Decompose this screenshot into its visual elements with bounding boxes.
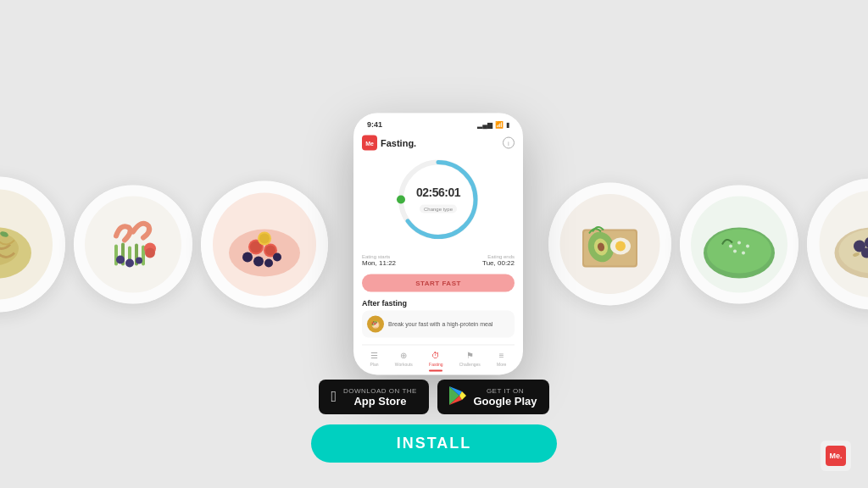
tab-more-label: More bbox=[497, 362, 506, 367]
svg-point-16 bbox=[125, 258, 134, 267]
store-buttons:  Download on the App Store GET IT ON Go… bbox=[319, 380, 548, 414]
svg-point-28 bbox=[273, 252, 281, 261]
tab-active-indicator bbox=[429, 370, 442, 372]
svg-point-46 bbox=[707, 229, 771, 273]
plate-oatmeal bbox=[807, 179, 868, 310]
app-header: Me Fasting. i bbox=[362, 136, 515, 151]
food-icon: 🥙 bbox=[367, 316, 384, 333]
timer-circle: 02:56:01 Change type bbox=[396, 158, 481, 242]
logo-box: Me bbox=[362, 136, 377, 151]
watermark: Me. bbox=[821, 441, 851, 471]
eating-starts-value: Mon, 11:22 bbox=[362, 259, 396, 267]
tab-workouts[interactable]: ⊕ Workouts bbox=[395, 351, 413, 367]
tab-fasting[interactable]: ⏱ Fasting bbox=[429, 351, 442, 367]
svg-point-17 bbox=[136, 257, 142, 263]
svg-point-47 bbox=[729, 244, 732, 247]
tab-challenges-label: Challenges bbox=[459, 362, 481, 367]
install-button[interactable]: INSTALL bbox=[311, 424, 557, 463]
google-play-mainlabel: Google Play bbox=[473, 395, 537, 408]
after-fasting-section: After fasting 🥙 Break your fast with a h… bbox=[362, 299, 515, 338]
tab-plan[interactable]: ☰ Plan bbox=[370, 351, 379, 367]
svg-point-51 bbox=[742, 251, 745, 254]
svg-point-48 bbox=[737, 241, 741, 244]
app-store-sublabel: Download on the bbox=[343, 387, 417, 395]
svg-point-7 bbox=[85, 196, 181, 292]
svg-point-26 bbox=[253, 256, 264, 266]
eating-times: Eating starts Mon, 11:22 Eating ends Tue… bbox=[362, 254, 515, 267]
svg-point-33 bbox=[397, 196, 405, 204]
svg-point-15 bbox=[116, 255, 125, 263]
after-fasting-title: After fasting bbox=[362, 299, 515, 308]
google-play-sublabel: GET IT ON bbox=[473, 387, 537, 395]
start-fast-button[interactable]: START FAST bbox=[362, 274, 515, 292]
more-icon: ≡ bbox=[499, 351, 504, 360]
eating-ends: Eating ends Tue, 00:22 bbox=[482, 254, 515, 267]
svg-point-42 bbox=[615, 241, 626, 252]
tab-plan-label: Plan bbox=[370, 362, 379, 367]
watermark-text: Me. bbox=[829, 452, 842, 460]
svg-point-30 bbox=[259, 233, 270, 243]
plate-avocado bbox=[548, 183, 671, 306]
signal-icon: ▂▄▆ bbox=[477, 120, 492, 128]
timer-display: 02:56:01 bbox=[416, 186, 460, 199]
svg-point-49 bbox=[746, 244, 749, 247]
tab-workouts-label: Workouts bbox=[395, 362, 413, 367]
challenges-icon: ⚑ bbox=[466, 351, 474, 360]
plates-background: 9:41 ▂▄▆ 📶 ▮ Me Fasting. i bbox=[53, 114, 815, 375]
status-time: 9:41 bbox=[367, 120, 382, 129]
battery-icon: ▮ bbox=[506, 120, 509, 128]
after-fasting-desc: Break your fast with a high-protein meal bbox=[388, 320, 492, 328]
plate-asparagus bbox=[74, 185, 192, 303]
app-store-text: Download on the App Store bbox=[343, 387, 417, 408]
timer-section: 02:56:01 Change type bbox=[362, 158, 515, 247]
google-play-button[interactable]: GET IT ON Google Play bbox=[437, 380, 548, 414]
status-icons: ▂▄▆ 📶 ▮ bbox=[477, 120, 509, 128]
status-bar: 9:41 ▂▄▆ 📶 ▮ bbox=[353, 114, 523, 132]
google-play-text: GET IT ON Google Play bbox=[473, 387, 537, 408]
watermark-logo: Me. bbox=[826, 446, 846, 466]
plan-icon: ☰ bbox=[370, 351, 378, 360]
tab-fasting-label: Fasting bbox=[429, 362, 442, 367]
logo-text: Me bbox=[365, 140, 374, 146]
google-play-icon bbox=[449, 386, 466, 408]
svg-point-50 bbox=[733, 249, 737, 252]
apple-icon:  bbox=[331, 388, 337, 406]
phone-mockup: 9:41 ▂▄▆ 📶 ▮ Me Fasting. i bbox=[353, 114, 523, 375]
app-content: Me Fasting. i bbox=[353, 132, 523, 367]
plate-green-smoothie bbox=[680, 185, 798, 303]
svg-point-24 bbox=[265, 245, 275, 255]
fasting-icon: ⏱ bbox=[431, 351, 440, 360]
svg-point-27 bbox=[264, 258, 273, 267]
svg-point-14 bbox=[145, 247, 155, 258]
workouts-icon: ⊕ bbox=[400, 351, 407, 360]
eating-ends-value: Tue, 00:22 bbox=[482, 259, 515, 267]
tab-more[interactable]: ≡ More bbox=[497, 351, 506, 367]
tab-challenges[interactable]: ⚑ Challenges bbox=[459, 351, 481, 367]
bottom-area:  Download on the App Store GET IT ON Go… bbox=[311, 380, 557, 463]
bottom-tabs: ☰ Plan ⊕ Workouts ⏱ Fasting ⚑ Challenges bbox=[362, 345, 515, 367]
app-logo: Me Fasting. bbox=[362, 136, 416, 151]
wifi-icon: 📶 bbox=[495, 120, 504, 128]
after-fasting-card: 🥙 Break your fast with a high-protein me… bbox=[362, 311, 515, 338]
info-icon[interactable]: i bbox=[503, 137, 515, 149]
app-name: Fasting. bbox=[381, 138, 416, 148]
plate-pink bbox=[201, 180, 328, 308]
app-store-button[interactable]:  Download on the App Store bbox=[319, 380, 429, 414]
timer-overlay: 02:56:01 Change type bbox=[416, 186, 460, 214]
app-store-mainlabel: App Store bbox=[343, 395, 417, 408]
eating-starts: Eating starts Mon, 11:22 bbox=[362, 254, 396, 267]
svg-point-25 bbox=[242, 252, 253, 262]
change-type-button[interactable]: Change type bbox=[420, 205, 457, 214]
plate-pasta bbox=[0, 176, 65, 312]
